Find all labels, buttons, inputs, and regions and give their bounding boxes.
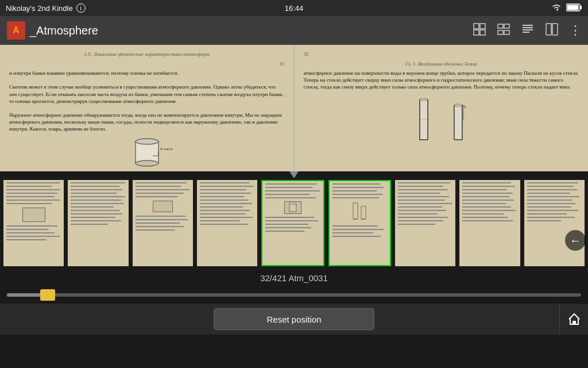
battery-icon xyxy=(566,3,582,13)
library-grid-icon[interactable] xyxy=(473,22,486,39)
thumbnail-strip xyxy=(0,171,588,269)
svg-rect-24 xyxy=(420,99,428,140)
left-page-header: 1.9. Локальные физические характеристики… xyxy=(9,51,285,58)
back-button[interactable]: ← xyxy=(565,230,586,251)
page-display: 32/421 Atm_0031 xyxy=(260,273,328,283)
wifi-icon xyxy=(551,3,562,13)
right-page-header: Гл. 1. Воздушная оболочка Земли xyxy=(304,60,579,68)
right-page: 32 Гл. 1. Воздушная оболочка Земли атмос… xyxy=(295,45,589,171)
thumbnail-6-active-right[interactable] xyxy=(328,180,391,266)
right-page-text: атмосферное давление на поверхности воды… xyxy=(304,70,579,90)
svg-point-19 xyxy=(136,139,158,144)
thumbnail-8[interactable] xyxy=(459,180,520,266)
thumbnail-5-active-left[interactable] xyxy=(261,180,324,266)
svg-rect-2 xyxy=(567,5,579,10)
slider-thumb[interactable] xyxy=(40,289,55,301)
thumbnail-2[interactable] xyxy=(68,180,128,266)
svg-rect-45 xyxy=(361,206,366,219)
reading-area: 1.9. Локальные физические характеристики… xyxy=(0,45,588,171)
slider-container xyxy=(0,286,588,304)
svg-rect-3 xyxy=(474,24,479,29)
svg-rect-7 xyxy=(498,24,503,28)
more-icon[interactable]: ⋮ xyxy=(569,23,581,38)
thumbnail-9[interactable] xyxy=(524,180,585,266)
svg-point-28 xyxy=(420,98,428,101)
svg-rect-30 xyxy=(454,105,462,140)
svg-point-34 xyxy=(454,104,462,106)
svg-rect-43 xyxy=(353,203,358,219)
svg-rect-10 xyxy=(504,30,509,34)
page-info: 32/421 Atm_0031 xyxy=(0,269,588,286)
book-title: _Atmosphere xyxy=(30,24,98,37)
svg-rect-15 xyxy=(546,24,551,35)
thumbnail-4[interactable] xyxy=(197,180,257,266)
right-page-number: 32 xyxy=(304,51,579,58)
home-button[interactable] xyxy=(559,304,588,335)
svg-rect-6 xyxy=(480,30,485,35)
text-view-icon[interactable] xyxy=(521,22,535,39)
slider-track[interactable] xyxy=(7,293,581,297)
svg-point-42 xyxy=(289,202,296,205)
clock: 16:44 xyxy=(285,4,304,13)
left-page-text: и изнутри банки взаимно уравнове­шиваютс… xyxy=(9,70,285,132)
svg-point-20 xyxy=(136,160,158,166)
toolbar: A _Atmosphere ⋮ xyxy=(0,16,588,45)
reset-position-button[interactable]: Reset position xyxy=(214,308,374,330)
book-view-icon[interactable] xyxy=(545,22,559,39)
svg-rect-9 xyxy=(498,30,503,34)
status-bar: Nikolay's 2nd Kindle i 16:44 xyxy=(0,0,588,16)
svg-text:К насосу: К насосу xyxy=(160,147,173,151)
svg-rect-47 xyxy=(572,321,576,324)
right-sidebar xyxy=(565,45,588,91)
library-list-icon[interactable] xyxy=(497,22,510,39)
svg-rect-4 xyxy=(480,24,485,29)
app-logo: A xyxy=(7,21,25,40)
device-name: Nikolay's 2nd Kindle xyxy=(6,4,73,13)
thumbnail-1[interactable] xyxy=(3,180,64,266)
left-page: 1.9. Локальные физические характеристики… xyxy=(0,45,295,171)
svg-rect-8 xyxy=(504,24,509,28)
svg-rect-1 xyxy=(580,6,582,9)
svg-rect-16 xyxy=(552,24,558,35)
tube-illustration: h xyxy=(304,97,579,148)
cylinder-illustration: К насосу Рис 1.6 xyxy=(9,136,285,171)
svg-rect-5 xyxy=(474,30,479,35)
info-icon: i xyxy=(76,3,86,13)
left-page-number: 31 xyxy=(9,60,285,68)
thumbnail-7[interactable] xyxy=(395,180,455,266)
svg-rect-18 xyxy=(136,141,158,163)
reset-container: Reset position xyxy=(0,304,588,335)
thumbnail-3[interactable] xyxy=(133,180,193,266)
